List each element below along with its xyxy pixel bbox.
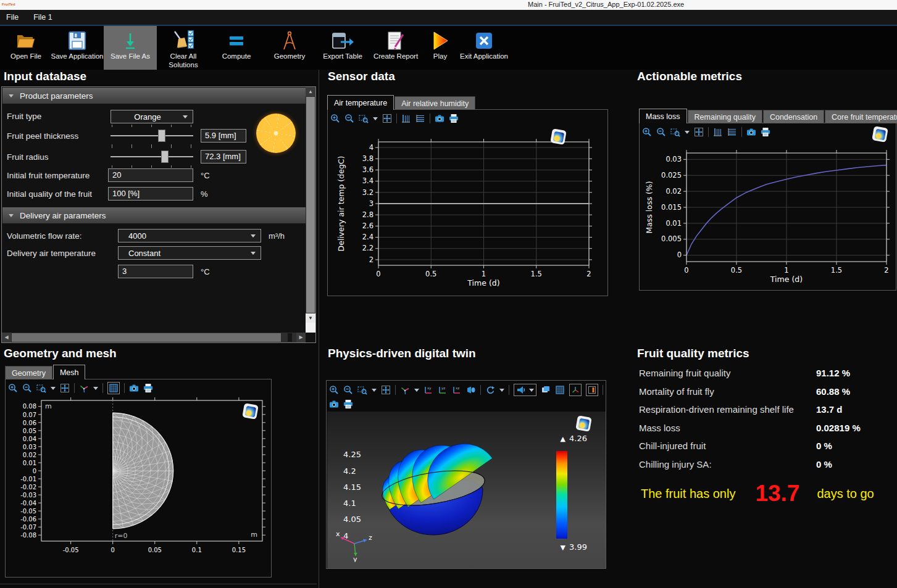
- x-axis-grid-icon[interactable]: [415, 114, 425, 123]
- play-button[interactable]: Play: [422, 26, 458, 70]
- peel-thickness-slider[interactable]: [111, 129, 193, 143]
- tab-remaining-quality[interactable]: Remaining quality: [688, 110, 762, 123]
- clear-all-solutions-button[interactable]: Clear All Solutions: [157, 26, 210, 70]
- environment-icon[interactable]: [541, 385, 551, 395]
- view-orientation-icon[interactable]: [79, 383, 89, 393]
- peel-thickness-value[interactable]: 5.9 [mm]: [201, 129, 246, 143]
- export-table-button[interactable]: Export Table: [316, 26, 369, 70]
- clip-plane-icon[interactable]: [587, 385, 597, 395]
- scrollbar-thumb[interactable]: [12, 333, 281, 342]
- create-report-button[interactable]: Create Report: [369, 26, 422, 70]
- view-yz-icon[interactable]: [438, 385, 448, 395]
- chevron-down-icon[interactable]: [529, 389, 534, 392]
- chevron-down-icon[interactable]: [93, 387, 98, 390]
- fruit-type-select[interactable]: Orange: [111, 110, 193, 123]
- play-icon: [431, 29, 449, 52]
- tab-mesh[interactable]: Mesh: [53, 365, 86, 379]
- tab-air-temperature[interactable]: Air temperature: [327, 95, 394, 110]
- delivery-temp-select[interactable]: Constant: [118, 246, 261, 260]
- zoom-box-icon[interactable]: [359, 114, 369, 123]
- horizontal-scrollbar[interactable]: ◀ ▶: [2, 333, 306, 342]
- chevron-down-icon[interactable]: [372, 389, 377, 392]
- grid-toggle-icon[interactable]: [109, 383, 119, 393]
- scroll-left-icon[interactable]: ◀: [2, 333, 11, 342]
- snapshot-icon[interactable]: [435, 114, 444, 123]
- zoom-box-icon[interactable]: [357, 385, 367, 395]
- zoom-box-icon[interactable]: [670, 127, 680, 137]
- fruit-radius-slider[interactable]: [111, 150, 193, 164]
- zoom-in-icon[interactable]: [642, 127, 652, 137]
- menu-file1[interactable]: File 1: [33, 13, 52, 22]
- zoom-in-icon[interactable]: [329, 385, 339, 395]
- delivery-temp-input[interactable]: 3: [118, 265, 193, 278]
- tab-condensation[interactable]: Condensation: [763, 110, 824, 123]
- scene-light-icon[interactable]: [516, 385, 526, 395]
- chevron-down-icon[interactable]: [685, 131, 690, 134]
- print-icon[interactable]: [449, 114, 459, 123]
- section-delivery-air-parameters[interactable]: Delivery air parameters: [2, 207, 306, 223]
- slider-thumb[interactable]: [161, 151, 169, 163]
- snapshot-icon[interactable]: [129, 383, 139, 393]
- scroll-up-icon[interactable]: ▲: [306, 87, 315, 96]
- snapshot-icon[interactable]: [329, 399, 339, 409]
- chevron-down-icon[interactable]: [51, 387, 56, 390]
- fruit-radius-value[interactable]: 72.3 [mm]: [201, 150, 246, 164]
- axes-toggle-icon[interactable]: [570, 385, 580, 395]
- zoom-extents-icon[interactable]: [694, 127, 704, 137]
- initial-quality-input[interactable]: 100 [%]: [108, 187, 193, 201]
- scroll-right-icon[interactable]: ▶: [296, 333, 306, 342]
- alert-prefix: The fruit has only: [641, 487, 735, 501]
- y-axis-grid-icon[interactable]: [713, 127, 723, 137]
- y-axis-grid-icon[interactable]: [401, 114, 411, 123]
- zoom-in-icon[interactable]: [330, 114, 340, 123]
- section-product-parameters[interactable]: Product parameters: [2, 88, 306, 104]
- svg-text:0.5: 0.5: [731, 266, 742, 275]
- view-xy-icon[interactable]: [423, 385, 433, 395]
- chevron-down-icon[interactable]: [499, 389, 504, 392]
- zoom-out-icon[interactable]: [343, 385, 353, 395]
- tab-geometry[interactable]: Geometry: [5, 366, 52, 379]
- tab-mass-loss[interactable]: Mass loss: [639, 109, 687, 123]
- vertical-scrollbar[interactable]: ▲ ▼: [306, 87, 315, 333]
- tab-air-relative-humidity[interactable]: Air relative humidity: [394, 96, 475, 110]
- zoom-out-icon[interactable]: [656, 127, 666, 137]
- snapshot-icon[interactable]: [746, 127, 756, 137]
- zoom-out-icon[interactable]: [344, 114, 354, 123]
- zoom-extents-icon[interactable]: [381, 385, 391, 395]
- chevron-down-icon[interactable]: [414, 389, 419, 392]
- initial-temp-input[interactable]: 20: [108, 168, 193, 182]
- zoom-box-icon[interactable]: [36, 383, 46, 393]
- quality-row-label: Mass loss: [639, 423, 680, 433]
- view-orientation-icon[interactable]: [400, 385, 410, 395]
- perspective-icon[interactable]: [466, 385, 476, 395]
- save-file-as-button[interactable]: Save File As: [104, 26, 157, 70]
- print-icon[interactable]: [143, 383, 153, 393]
- grid-toggle-icon[interactable]: [555, 385, 565, 395]
- view-xz-icon[interactable]: [452, 385, 462, 395]
- exit-application-button[interactable]: Exit Application: [458, 26, 510, 70]
- zoom-extents-icon[interactable]: [60, 383, 70, 393]
- initial-quality-unit: %: [201, 189, 208, 199]
- scroll-down-icon[interactable]: ▼: [306, 313, 315, 323]
- scrollbar-thumb[interactable]: [306, 97, 315, 313]
- digital-twin-scene[interactable]: ▲4.26 4.254.24.154.14.054 ▼3.99 x y z: [327, 412, 606, 568]
- compute-button[interactable]: Compute: [210, 26, 263, 70]
- svg-text:0.03: 0.03: [23, 444, 36, 450]
- flow-rate-select[interactable]: 4000: [118, 229, 261, 242]
- menu-file[interactable]: File: [6, 13, 19, 22]
- broom-icon: [171, 29, 196, 52]
- x-axis-grid-icon[interactable]: [727, 127, 737, 137]
- zoom-extents-icon[interactable]: [382, 114, 392, 123]
- rotate-icon[interactable]: [485, 385, 495, 395]
- zoom-out-icon[interactable]: [22, 383, 32, 393]
- geometry-button[interactable]: Geometry: [263, 26, 316, 70]
- open-file-button[interactable]: Open File: [1, 26, 51, 70]
- print-icon[interactable]: [761, 127, 770, 137]
- save-application-button[interactable]: Save Application: [51, 26, 104, 70]
- chevron-down-icon[interactable]: [373, 117, 378, 120]
- zoom-in-icon[interactable]: [8, 383, 18, 393]
- slider-thumb[interactable]: [158, 130, 165, 142]
- tab-core-fruit-temperature[interactable]: Core fruit temperature: [825, 110, 897, 123]
- column-divider: [319, 70, 319, 588]
- print-icon[interactable]: [343, 399, 353, 409]
